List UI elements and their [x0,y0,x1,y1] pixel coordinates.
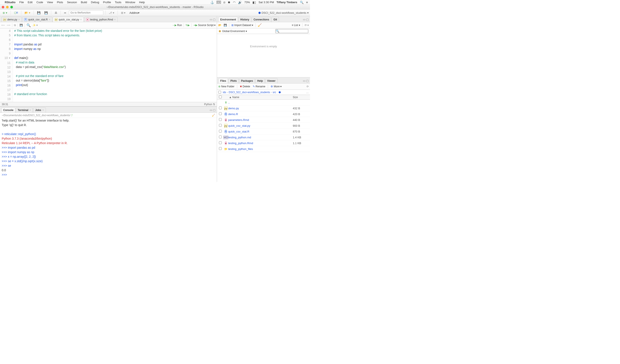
env-tab-connections[interactable]: Connections [252,17,271,22]
source-script-button[interactable]: ⇥▶ Source Script ▾ [193,24,216,27]
console-tab-jobs[interactable]: Jobs× [33,107,46,112]
back-icon[interactable]: ⟸ [1,24,5,27]
wifi-icon[interactable]: ◠ [233,1,235,4]
maximize-pane-icon[interactable]: ▢ [306,18,309,21]
close-tab-icon[interactable]: × [42,109,44,112]
docker-icon[interactable]: ⚓ [210,1,214,4]
files-tab-viewer[interactable]: Viewer [265,78,277,83]
file-name[interactable]: quick_csv_stat.py [228,124,293,127]
close-tab-icon[interactable]: × [29,109,31,112]
new-file-button[interactable]: ⊕ ▾ [1,10,9,15]
bluetooth-icon[interactable]: ✱ [228,1,230,4]
source-tab[interactable]: pydemo.py× [1,17,22,22]
new-project-button[interactable]: ⬡R [13,10,19,15]
forward-icon[interactable]: ⟹ [7,24,10,27]
refresh-files-icon[interactable]: ⟳ [307,85,309,88]
save-button[interactable]: 💾 [36,10,42,15]
menu-code[interactable]: Code [36,1,43,4]
battery-icon[interactable]: ▮▯ [252,1,256,4]
name-column-header[interactable]: ▲ Name [223,96,293,99]
env-tab-environment[interactable]: Environment [218,17,238,22]
menu-tools[interactable]: Tools [115,1,121,4]
scope-selector[interactable]: Global Environment ▾ [222,30,247,33]
menu-profile[interactable]: Profile [103,1,111,4]
console-tab-console[interactable]: Console [1,107,15,112]
file-name[interactable]: demo.py [228,107,293,110]
find-icon[interactable]: 🔍 [27,23,31,27]
print-button[interactable]: 🖶 [53,10,59,15]
env-tab-git[interactable]: Git [271,17,279,22]
source-tab[interactable]: ●testing_python.Rmd× [84,17,118,22]
open-file-button[interactable]: 📂 ▾ [23,10,32,15]
more-button[interactable]: ⚙ More ▾ [271,85,281,88]
file-checkbox[interactable] [219,106,222,109]
file-checkbox[interactable] [219,130,222,133]
popout-icon[interactable]: ⧉ [14,24,16,27]
maximize-pane-icon[interactable]: ▢ [213,108,216,112]
env-tab-history[interactable]: History [238,17,251,22]
delete-button[interactable]: ✖ Delete [240,85,250,88]
refresh-icon[interactable]: ⟳ ▾ [305,24,309,27]
project-menu[interactable]: ⬢ DSCI_522_dsci-workflows_students ▾ [258,11,309,15]
file-name[interactable]: testing_python.Rmd [228,142,293,145]
file-checkbox[interactable] [219,118,222,121]
run-button[interactable]: →▶ Run [172,24,182,27]
menu-file[interactable]: File [19,1,24,4]
select-all-checkbox[interactable] [219,95,222,98]
menu-help[interactable]: Help [139,1,145,4]
console-tab-terminal[interactable]: Terminal× [16,107,33,112]
console-options-icon[interactable]: ⤴ [71,114,73,117]
panes-button[interactable]: ⊞ ▾ [120,10,127,15]
new-folder-button[interactable]: ⊕ New Folder [218,85,234,88]
size-column-header[interactable]: Size [293,96,310,99]
menu-plots[interactable]: Plots [57,1,63,4]
volume-icon[interactable]: 🔊 [238,1,242,4]
clock[interactable]: Sat 3:30 PM [259,1,274,4]
minimize-window[interactable] [6,6,9,8]
file-name[interactable]: quick_csv_stat.R [228,130,293,133]
maximize-pane-icon[interactable]: ▢ [306,79,309,82]
save-workspace-icon[interactable]: 💾 [224,24,227,27]
goto-file-input[interactable] [69,10,103,15]
view-mode-button[interactable]: ≡ List ▾ [292,24,300,27]
load-workspace-icon[interactable]: 📂 [218,24,221,27]
import-dataset-button[interactable]: ⊞ Import Dataset ▾ [232,24,253,27]
menu-view[interactable]: View [47,1,53,4]
source-tab[interactable]: pyquick_csv_stat.py× [53,17,84,22]
menu-session[interactable]: Session [67,1,77,4]
close-tab-icon[interactable]: × [80,18,82,21]
menu-window[interactable]: Window [125,1,135,4]
menu-build[interactable]: Build [81,1,87,4]
breadcrumb-segment[interactable]: src [273,91,276,94]
code-editor[interactable]: 45678910 ▼111213141516171819 # This scri… [0,28,217,102]
save-all-button[interactable]: 💾 [43,10,49,15]
environment-filter[interactable] [275,29,308,33]
close-tab-icon[interactable]: × [114,18,116,21]
files-tab-plots[interactable]: Plots [228,78,239,83]
rerun-button[interactable]: ↻▶ [186,24,190,27]
files-tab-files[interactable]: Files [218,78,228,83]
breadcrumb-more-icon[interactable]: … [306,91,309,94]
rename-button[interactable]: ✎ Rename [253,85,265,88]
save-icon[interactable]: 💾 [20,24,23,27]
minimize-pane-icon[interactable]: ▭ [210,108,212,112]
maximize-window[interactable] [10,6,13,8]
file-checkbox[interactable] [219,112,222,115]
file-checkbox[interactable] [219,136,222,138]
maximize-pane-icon[interactable]: ▢ [213,18,216,21]
console-output[interactable]: 'help.start()' for an HTML browser inter… [0,118,217,182]
files-tab-packages[interactable]: Packages [239,78,255,83]
files-tab-help[interactable]: Help [255,78,265,83]
file-checkbox[interactable] [219,124,222,127]
close-window[interactable] [2,6,4,8]
clear-console-icon[interactable]: 🧹 [212,114,215,117]
breadcrumb-segment[interactable]: DSCI_522_dsci-workflows_students [229,91,270,94]
minimize-pane-icon[interactable]: ▭ [303,79,306,82]
close-tab-icon[interactable]: × [18,18,20,21]
language-indicator[interactable]: Python ⇅ [204,103,215,106]
minimize-pane-icon[interactable]: ▭ [210,18,212,21]
vcs-button[interactable]: ⎇ ▾ [108,10,116,15]
file-checkbox[interactable] [219,147,222,150]
file-name[interactable]: testing_python.md [228,136,293,139]
file-name[interactable]: demo.R [228,112,293,116]
